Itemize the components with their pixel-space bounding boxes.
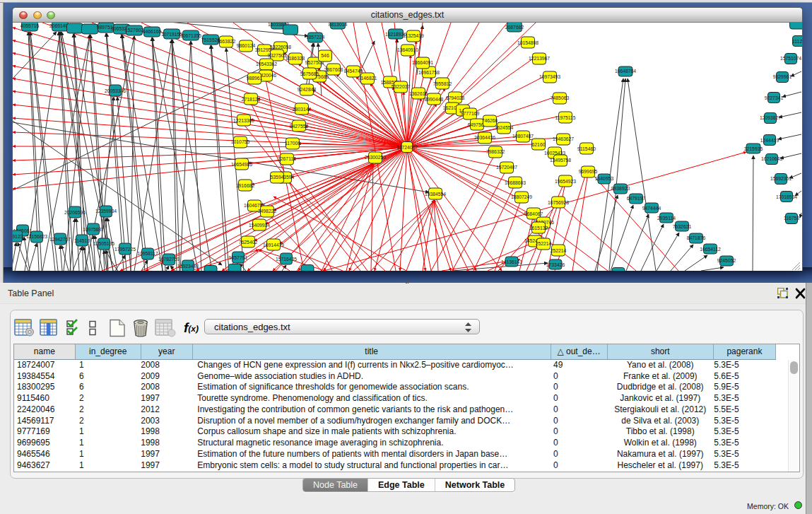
- svg-text:10961758: 10961758: [418, 70, 440, 75]
- svg-text:9242848: 9242848: [298, 87, 317, 92]
- svg-text:1640953: 1640953: [595, 176, 614, 181]
- svg-text:15751074: 15751074: [780, 56, 801, 61]
- svg-text:1916682: 1916682: [236, 183, 255, 188]
- svg-text:6479197: 6479197: [627, 196, 646, 201]
- svg-text:11125: 11125: [792, 39, 802, 44]
- svg-text:6794028: 6794028: [446, 95, 465, 100]
- svg-text:17957225: 17957225: [114, 247, 136, 252]
- svg-text:546: 546: [321, 53, 329, 58]
- svg-text:9227341: 9227341: [765, 95, 784, 100]
- svg-text:7485063: 7485063: [551, 95, 570, 100]
- svg-text:2867608: 2867608: [324, 67, 343, 72]
- svg-text:20053346: 20053346: [105, 88, 126, 93]
- svg-text:2935114: 2935114: [657, 216, 676, 221]
- svg-text:14136141: 14136141: [501, 259, 522, 264]
- svg-text:3624554: 3624554: [495, 125, 514, 130]
- svg-text:12359934: 12359934: [95, 209, 117, 214]
- svg-text:8813014: 8813014: [329, 23, 348, 27]
- svg-text:10756928: 10756928: [548, 200, 569, 205]
- svg-text:15716485: 15716485: [276, 257, 297, 262]
- svg-text:7955812: 7955812: [433, 81, 452, 86]
- svg-text:9327503: 9327503: [268, 53, 287, 58]
- svg-text:252214: 252214: [551, 248, 567, 253]
- svg-text:53226058: 53226058: [270, 45, 291, 49]
- svg-text:252214: 252214: [536, 241, 552, 246]
- svg-text:10543362: 10543362: [256, 62, 277, 66]
- svg-text:9860124: 9860124: [237, 43, 256, 48]
- svg-text:7632621: 7632621: [673, 224, 692, 229]
- svg-text:4055715: 4055715: [20, 23, 40, 28]
- svg-text:9699695: 9699695: [579, 169, 598, 174]
- svg-text:10671355: 10671355: [180, 33, 201, 38]
- svg-text:1733426: 1733426: [546, 262, 565, 267]
- svg-text:19463627: 19463627: [553, 136, 574, 141]
- svg-text:16210643: 16210643: [761, 156, 782, 161]
- svg-text:10688603: 10688603: [505, 180, 526, 185]
- svg-text:20206596: 20206596: [64, 210, 86, 215]
- svg-text:10958117: 10958117: [137, 251, 158, 256]
- svg-text:12213369: 12213369: [233, 118, 254, 123]
- svg-text:2718126: 2718126: [242, 97, 261, 102]
- svg-text:1010755: 1010755: [231, 139, 250, 144]
- svg-text:18664091: 18664091: [412, 60, 433, 65]
- svg-text:18807249: 18807249: [511, 194, 532, 199]
- svg-text:19654923: 19654923: [555, 179, 576, 184]
- svg-text:10154808: 10154808: [517, 40, 539, 45]
- svg-text:10807487: 10807487: [512, 134, 534, 139]
- svg-text:9115460: 9115460: [577, 146, 596, 151]
- svg-text:12213967: 12213967: [529, 56, 550, 61]
- svg-text:5675685: 5675685: [300, 71, 319, 76]
- svg-text:9329961: 9329961: [773, 74, 792, 79]
- svg-text:7663822: 7663822: [217, 39, 236, 44]
- svg-text:53594: 53594: [271, 175, 284, 180]
- svg-text:3267110: 3267110: [278, 156, 296, 161]
- svg-text:12505135: 12505135: [93, 241, 114, 246]
- svg-text:3215935: 3215935: [744, 146, 763, 151]
- svg-text:17016534: 17016534: [776, 194, 797, 199]
- svg-text:9474444: 9474444: [642, 206, 661, 211]
- svg-text:1362615: 1362615: [409, 91, 428, 96]
- svg-text:10975887: 10975887: [83, 227, 104, 232]
- svg-text:10654985: 10654985: [231, 162, 252, 167]
- svg-text:7986322: 7986322: [486, 149, 505, 154]
- svg-text:9457791: 9457791: [229, 255, 248, 260]
- svg-text:15692351: 15692351: [770, 176, 792, 181]
- svg-text:25300253: 25300253: [365, 155, 386, 160]
- svg-text:8938923: 8938923: [611, 186, 630, 191]
- svg-text:9245052: 9245052: [717, 258, 736, 263]
- svg-text:1527602: 1527602: [125, 28, 144, 33]
- svg-text:19384554: 19384554: [425, 192, 446, 197]
- svg-text:9684067: 9684067: [524, 211, 543, 216]
- svg-text:20364436: 20364436: [474, 135, 495, 140]
- svg-text:9146821: 9146821: [358, 76, 377, 81]
- svg-text:11325419: 11325419: [403, 33, 424, 38]
- svg-text:2687682: 2687682: [505, 25, 524, 30]
- svg-text:10973493: 10973493: [539, 74, 560, 79]
- svg-text:988961: 988961: [247, 76, 263, 81]
- svg-text:10654112: 10654112: [700, 247, 721, 252]
- svg-text:8454749: 8454749: [344, 69, 363, 74]
- svg-text:1615132: 1615132: [529, 226, 548, 230]
- svg-text:12942757: 12942757: [49, 237, 71, 242]
- svg-text:1244419: 1244419: [760, 138, 779, 143]
- svg-text:12923448: 12923448: [177, 264, 199, 269]
- svg-text:62160: 62160: [532, 142, 546, 147]
- svg-text:2803144: 2803144: [293, 107, 312, 112]
- svg-text:18724007: 18724007: [396, 145, 418, 150]
- svg-text:13495758: 13495758: [550, 158, 571, 163]
- svg-text:7625402: 7625402: [239, 240, 258, 245]
- svg-text:16648784: 16648784: [615, 69, 636, 74]
- svg-text:116753: 116753: [784, 216, 799, 221]
- svg-text:7857224: 7857224: [306, 35, 325, 40]
- svg-text:11975115: 11975115: [555, 115, 575, 120]
- svg-text:8471876: 8471876: [687, 235, 706, 240]
- svg-text:f(x): f(x): [184, 321, 199, 336]
- svg-text:6466160: 6466160: [143, 29, 162, 34]
- svg-text:114513: 114513: [74, 238, 90, 243]
- svg-text:8427552: 8427552: [290, 124, 309, 129]
- svg-text:13640910: 13640910: [397, 47, 418, 52]
- svg-text:117006: 117006: [285, 141, 300, 146]
- svg-text:8990448: 8990448: [425, 97, 444, 102]
- svg-text:3498222: 3498222: [258, 209, 277, 214]
- svg-text:9777169: 9777169: [461, 111, 480, 116]
